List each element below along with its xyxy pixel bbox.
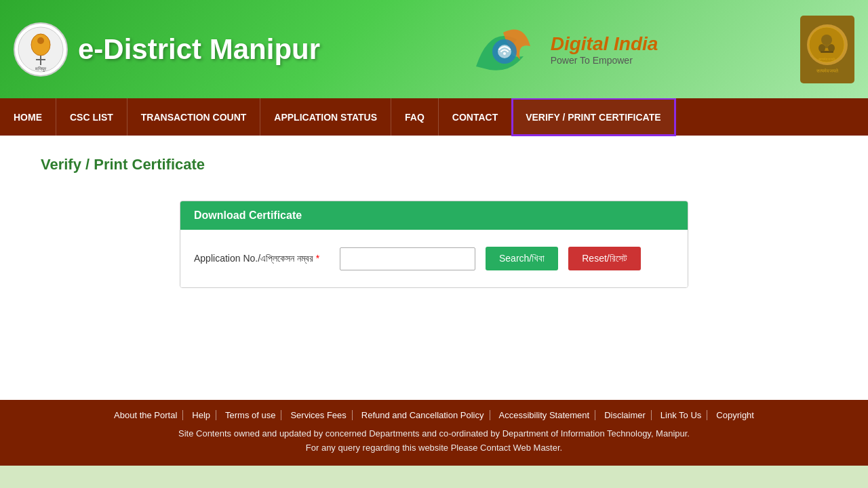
site-header: मणिपुर e-District Manipur Digital Ind <box>0 0 868 98</box>
footer-about[interactable]: About the Portal <box>108 410 183 420</box>
footer-accessibility[interactable]: Accessibility Statement <box>494 410 596 420</box>
footer-links: About the Portal Help Terms of use Servi… <box>14 410 854 420</box>
reset-button[interactable]: Reset/রিসেট <box>568 247 640 270</box>
digital-india-text: Digital India Power To Empower <box>551 33 658 66</box>
footer-text: Site Contents owned and updated by conce… <box>14 427 854 455</box>
site-footer: About the Portal Help Terms of use Servi… <box>0 400 868 466</box>
svg-text:सत्यमेव जयते: सत्यमेव जयते <box>818 57 835 61</box>
svg-point-8 <box>503 52 506 55</box>
search-button[interactable]: Search/খিবা <box>486 247 558 270</box>
svg-point-10 <box>821 35 832 45</box>
footer-terms[interactable]: Terms of use <box>220 410 281 420</box>
svg-text:मणिपुर: मणिपुर <box>35 66 47 72</box>
card-body: Application No./এপ্লিকেসন নম্বর * Search… <box>180 230 688 287</box>
header-right: सत्यमेव जयते सत्यमेव जयते <box>800 16 854 83</box>
footer-fees[interactable]: Services Fees <box>285 410 352 420</box>
nav-application-status[interactable]: APPLICATION STATUS <box>260 98 391 136</box>
page-title: Verify / Print Certificate <box>41 149 827 180</box>
footer-copyright[interactable]: Copyright <box>711 410 760 420</box>
svg-point-1 <box>31 34 50 56</box>
required-marker: * <box>313 253 319 264</box>
footer-line2: For any query regarding this website Ple… <box>14 441 854 455</box>
footer-disclaimer[interactable]: Disclaimer <box>599 410 652 420</box>
nav-contact[interactable]: CONTACT <box>439 98 512 136</box>
footer-refund[interactable]: Refund and Cancellation Policy <box>356 410 490 420</box>
svg-point-2 <box>37 37 44 44</box>
download-certificate-card: Download Certificate Application No./এপ্… <box>180 201 688 288</box>
nav-faq[interactable]: FAQ <box>391 98 439 136</box>
national-emblem: सत्यमेव जयते सत्यमेव जयते <box>800 16 854 83</box>
nav-transaction-count[interactable]: TRANSACTION COUNT <box>127 98 261 136</box>
header-left: मणिपुर e-District Manipur <box>14 22 320 77</box>
nav-home[interactable]: HOME <box>0 98 56 136</box>
footer-link-to-us[interactable]: Link To Us <box>655 410 707 420</box>
digital-india-logo: Digital India Power To Empower <box>462 19 658 80</box>
nav-csc-list[interactable]: CSC LIST <box>56 98 127 136</box>
site-logo: मणिपुर <box>14 22 68 77</box>
header-center: Digital India Power To Empower <box>462 19 658 80</box>
main-wrapper: Verify / Print Certificate Download Cert… <box>0 136 868 400</box>
form-row: Application No./এপ্লিকেসন নম্বর * Search… <box>194 247 674 270</box>
main-navigation: HOME CSC LIST TRANSACTION COUNT APPLICAT… <box>0 98 868 136</box>
page-content: Verify / Print Certificate Download Cert… <box>0 136 868 400</box>
svg-rect-14 <box>821 51 833 53</box>
footer-line1: Site Contents owned and updated by conce… <box>14 427 854 441</box>
emblem-text: सत्यमेव जयते <box>816 68 839 74</box>
digital-india-brand: Digital India <box>551 33 658 55</box>
nav-verify-print[interactable]: VERIFY / PRINT CERTIFICATE <box>512 98 675 136</box>
digital-india-tagline: Power To Empower <box>551 55 658 66</box>
application-number-input[interactable] <box>340 247 475 270</box>
site-title: e-District Manipur <box>78 33 320 66</box>
footer-help[interactable]: Help <box>186 410 216 420</box>
card-header: Download Certificate <box>180 201 688 230</box>
application-number-label: Application No./এপ্লিকেসন নম্বর * <box>194 253 330 264</box>
